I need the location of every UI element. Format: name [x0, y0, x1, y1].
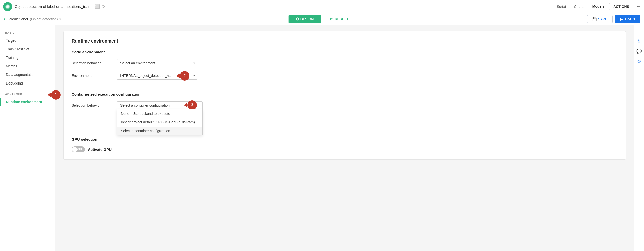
- sidebar-item-target[interactable]: Target: [0, 36, 55, 45]
- train-button[interactable]: ▶ TRAIN: [615, 15, 640, 23]
- sidebar-item-training[interactable]: Training: [0, 53, 55, 62]
- title-icons: ⬜ ⟳: [95, 4, 105, 9]
- divider: [72, 86, 618, 86]
- container-selection-row: Selection behavior Select a container co…: [72, 101, 618, 109]
- page-title: Object detection of label on annotations…: [15, 4, 90, 9]
- predict-icon: ⟳: [4, 17, 7, 21]
- code-env-title: Code environment: [72, 50, 618, 54]
- dropdown-option-none[interactable]: None - Use backend to execute: [117, 109, 202, 118]
- toggle-knob: [72, 147, 77, 152]
- nav-right: Script Charts Models ACTIONS ←: [553, 3, 641, 10]
- content-area: Runtime environment Code environment Sel…: [55, 25, 634, 251]
- selection-behavior-control: Select an environment ▾: [117, 59, 197, 67]
- gpu-section-title: GPU selection: [72, 137, 618, 141]
- selection-behavior-label: Selection behavior: [72, 61, 117, 65]
- save-icon: 💾: [592, 17, 597, 21]
- sidebar-item-runtime-environment[interactable]: Runtime environment: [0, 98, 55, 106]
- toggle-off-label: OFF: [77, 148, 82, 151]
- sidebar-item-data-augmentation[interactable]: Data augmentation: [0, 70, 55, 79]
- copy-icon[interactable]: ⬜: [95, 4, 100, 9]
- badge-3: 3: [187, 100, 197, 110]
- selection-behavior-select-wrapper: Select an environment ▾: [117, 59, 197, 67]
- gpu-row: OFF Activate GPU: [72, 146, 618, 152]
- result-tab[interactable]: ⟳ RESULT: [323, 15, 355, 23]
- svg-point-1: [7, 6, 8, 7]
- sidebar-basic-label: BASIC: [0, 31, 55, 34]
- top-nav: Object detection of label on annotations…: [0, 0, 644, 13]
- sidebar-item-train-test-set[interactable]: Train / Test Set: [0, 45, 55, 53]
- container-dropdown-menu: None - Use backend to execute Inherit pr…: [117, 109, 203, 135]
- actions-button[interactable]: ACTIONS: [609, 3, 633, 10]
- predict-sub-text: (Object detection): [30, 17, 58, 21]
- activate-gpu-label: Activate GPU: [88, 147, 112, 152]
- sidebar-item-debugging[interactable]: Debugging: [0, 79, 55, 88]
- predict-label[interactable]: ⟳ Predict label (Object detection) ▾: [4, 17, 61, 21]
- badge-1: 1: [51, 90, 61, 100]
- nav-charts[interactable]: Charts: [571, 3, 588, 10]
- result-icon: ⟳: [330, 17, 333, 21]
- dropdown-option-inherit[interactable]: Inherit project default (CPU-M-1-cpu-4Gb…: [117, 118, 202, 127]
- design-icon: ⚙: [296, 17, 299, 21]
- logo-area: Object detection of label on annotations…: [3, 2, 105, 11]
- container-selection-label: Selection behavior: [72, 103, 117, 107]
- environment-label: Environment: [72, 74, 117, 78]
- nav-models[interactable]: Models: [589, 3, 608, 10]
- back-arrow-icon[interactable]: ←: [636, 4, 641, 9]
- chat-icon[interactable]: 💬: [635, 47, 643, 55]
- badge-2: 2: [180, 71, 189, 81]
- environment-row: Environment INTERNAL_object_detection_v1…: [72, 72, 618, 80]
- section-card: Runtime environment Code environment Sel…: [63, 31, 626, 160]
- tab-center: ⚙ DESIGN ⟳ RESULT: [289, 15, 356, 23]
- activate-gpu-toggle[interactable]: OFF: [72, 146, 85, 152]
- secondary-nav: ⟳ Predict label (Object detection) ▾ ⚙ D…: [0, 13, 644, 25]
- sidebar-item-metrics[interactable]: Metrics: [0, 62, 55, 70]
- right-actions: 💾 SAVE ▶ TRAIN: [587, 15, 640, 23]
- settings-icon[interactable]: ⚙: [635, 57, 643, 65]
- dropdown-option-select[interactable]: Select a container configuration: [117, 127, 202, 135]
- train-icon: ▶: [620, 17, 623, 21]
- design-tab[interactable]: ⚙ DESIGN: [289, 15, 321, 23]
- gpu-section: GPU selection OFF Activate GPU: [72, 137, 618, 152]
- selection-behavior-row: Selection behavior Select an environment…: [72, 59, 618, 67]
- section-title: Runtime environment: [72, 38, 618, 44]
- app-logo[interactable]: [3, 2, 12, 11]
- main-layout: BASIC Target Train / Test Set Training M…: [0, 25, 644, 251]
- sidebar: BASIC Target Train / Test Set Training M…: [0, 25, 55, 251]
- save-button[interactable]: 💾 SAVE: [587, 15, 613, 23]
- sidebar-advanced-label: ADVANCED: [0, 93, 55, 96]
- plus-icon[interactable]: +: [635, 27, 643, 35]
- container-exec-title: Containerized execution configuration: [72, 92, 618, 96]
- predict-chevron-icon: ▾: [59, 17, 61, 21]
- right-sidebar: + ℹ 💬 ⚙: [634, 25, 644, 251]
- nav-script[interactable]: Script: [553, 3, 570, 10]
- info-icon[interactable]: ℹ: [635, 37, 643, 45]
- predict-label-text: Predict label: [9, 17, 28, 21]
- selection-behavior-select[interactable]: Select an environment: [117, 59, 197, 67]
- refresh-icon[interactable]: ⟳: [102, 4, 105, 9]
